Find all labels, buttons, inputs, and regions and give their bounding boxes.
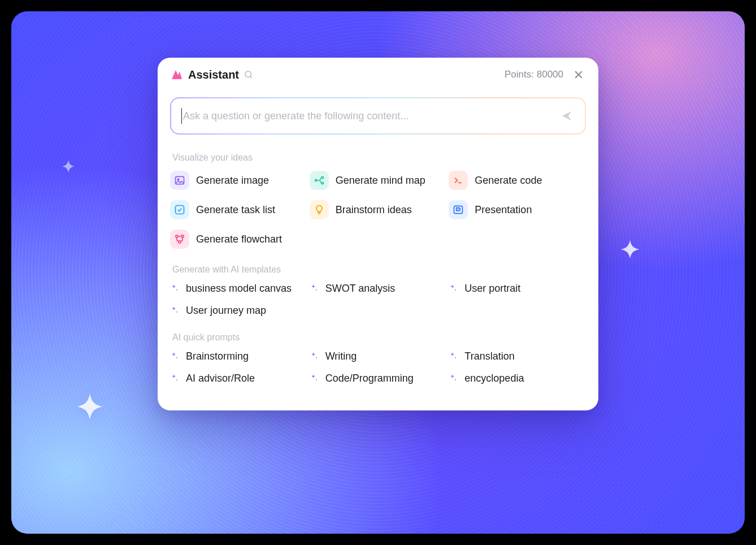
sparkle-icon (310, 352, 320, 362)
sparkle-icon (449, 352, 459, 362)
template-label: User portrait (464, 283, 520, 295)
svg-point-2 (177, 179, 179, 180)
action-generate-code[interactable]: Generate code (449, 171, 586, 190)
svg-point-5 (321, 182, 323, 184)
template-user-journey-map[interactable]: User journey map (170, 305, 307, 317)
app-logo-icon (170, 68, 184, 81)
action-label: Presentation (475, 204, 532, 216)
template-label: User journey map (186, 305, 266, 317)
action-brainstorm-ideas[interactable]: Brainstorm ideas (310, 200, 447, 219)
sparkle-icon (170, 352, 180, 362)
template-label: SWOT analysis (325, 283, 396, 295)
sparkle-icon (449, 374, 459, 384)
sparkle-icon (170, 284, 180, 294)
sparkle-icon (170, 374, 180, 384)
prompt-label: Translation (464, 351, 514, 362)
svg-point-15 (176, 357, 177, 358)
sparkle-icon (310, 284, 320, 294)
text-cursor (181, 108, 182, 124)
modal-header: Assistant Points: 80000 (158, 58, 598, 92)
svg-point-20 (455, 379, 456, 380)
action-label: Generate task list (196, 204, 275, 216)
prompt-brainstorming[interactable]: Brainstorming (170, 351, 307, 362)
template-user-portrait[interactable]: User portrait (449, 283, 586, 295)
svg-rect-6 (176, 206, 184, 214)
template-business-model-canvas[interactable]: business model canvas (170, 283, 307, 295)
prompt-label: Writing (325, 351, 357, 362)
svg-point-4 (321, 176, 323, 178)
prompt-translation[interactable]: Translation (449, 351, 586, 362)
section-title-prompts: AI quick prompts (158, 327, 598, 351)
svg-point-17 (455, 357, 456, 358)
sparkle-icon (68, 390, 112, 434)
prompt-label: AI advisor/Role (186, 373, 255, 384)
presentation-icon (449, 200, 468, 219)
action-generate-image[interactable]: Generate image (170, 171, 307, 190)
svg-point-16 (316, 357, 317, 358)
svg-point-10 (179, 241, 181, 243)
svg-point-13 (455, 289, 456, 290)
action-generate-task-list[interactable]: Generate task list (170, 200, 307, 219)
prompt-input[interactable] (183, 110, 559, 122)
action-label: Generate code (475, 175, 542, 187)
svg-point-8 (176, 235, 178, 237)
template-label: business model canvas (186, 283, 292, 295)
svg-point-0 (245, 71, 251, 77)
assistant-modal: Assistant Points: 80000 Visualize your i… (158, 58, 598, 410)
section-title-visualize: Visualize your ideas (158, 147, 598, 171)
svg-point-19 (316, 379, 317, 380)
template-swot-analysis[interactable]: SWOT analysis (310, 283, 447, 295)
points-label: Points: 80000 (505, 69, 563, 80)
section-title-templates: Generate with AI templates (158, 259, 598, 283)
prompt-label: Brainstorming (186, 351, 249, 362)
prompts-grid: BrainstormingWritingTranslationAI adviso… (158, 351, 598, 395)
checkbox-icon (170, 200, 189, 219)
sparkle-icon (170, 306, 180, 316)
action-label: Generate mind map (336, 175, 425, 187)
svg-point-9 (181, 235, 184, 237)
svg-point-11 (176, 289, 177, 290)
send-button[interactable] (559, 108, 575, 124)
help-icon[interactable] (244, 70, 254, 80)
svg-point-3 (315, 179, 316, 181)
action-generate-flowchart[interactable]: Generate flowchart (170, 230, 307, 249)
svg-point-18 (176, 379, 177, 380)
prompt-ai-advisor-role[interactable]: AI advisor/Role (170, 373, 307, 384)
prompt-encyclopedia[interactable]: encyclopedia (449, 373, 586, 384)
sparkle-icon (310, 374, 320, 384)
prompt-writing[interactable]: Writing (310, 351, 447, 362)
sparkle-icon (614, 237, 646, 269)
templates-grid: business model canvasSWOT analysisUser p… (158, 283, 598, 327)
prompt-input-container (170, 97, 586, 135)
action-generate-mind-map[interactable]: Generate mind map (310, 171, 447, 190)
action-label: Generate flowchart (196, 233, 282, 245)
prompt-label: encyclopedia (464, 373, 524, 384)
svg-point-12 (316, 289, 317, 290)
prompt-code-programming[interactable]: Code/Programming (310, 373, 447, 384)
app-title: Assistant (188, 68, 239, 81)
svg-point-14 (176, 311, 177, 312)
prompt-label: Code/Programming (325, 373, 414, 384)
action-label: Brainstorm ideas (336, 204, 412, 216)
mindmap-icon (310, 171, 329, 190)
sparkle-icon (58, 158, 79, 180)
sparkle-icon (449, 284, 459, 294)
terminal-icon (449, 171, 468, 190)
backdrop: Assistant Points: 80000 Visualize your i… (11, 11, 745, 534)
close-button[interactable] (571, 67, 586, 82)
action-label: Generate image (196, 175, 269, 187)
action-presentation[interactable]: Presentation (449, 200, 586, 219)
visualize-grid: Generate imageGenerate mind mapGenerate … (158, 171, 598, 259)
flowchart-icon (170, 230, 189, 249)
image-icon (170, 171, 189, 190)
bulb-icon (310, 200, 329, 219)
